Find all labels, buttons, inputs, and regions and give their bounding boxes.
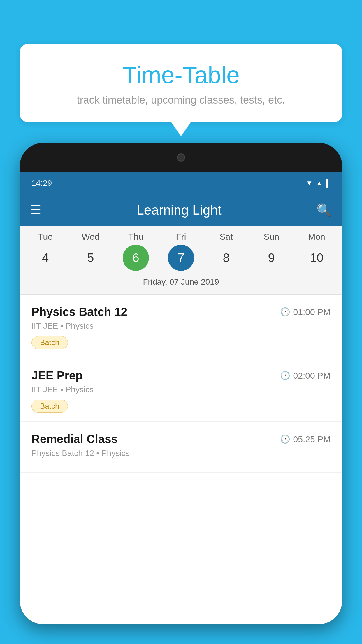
clock-icon: 🕐 <box>280 434 290 444</box>
app-bar: ☰ Learning Light 🔍 <box>20 194 342 226</box>
menu-icon[interactable]: ☰ <box>30 204 41 216</box>
schedule-item-time: 🕐 02:00 PM <box>280 371 331 381</box>
schedule-item-title: Physics Batch 12 <box>31 305 127 318</box>
battery-icon: ▌ <box>326 179 331 187</box>
app-title: Learning Light <box>50 202 308 218</box>
speech-bubble: Time-Table track timetable, upcoming cla… <box>20 44 342 122</box>
day-numbers-row: 45678910 <box>20 245 342 271</box>
batch-badge: Batch <box>31 400 68 413</box>
day-number[interactable]: 7 <box>168 245 194 271</box>
schedule-item[interactable]: JEE Prep🕐 02:00 PMIIT JEE • PhysicsBatch <box>20 358 342 422</box>
phone-screen: 14:29 ▼ ▲ ▌ ☰ Learning Light 🔍 TueWedThu… <box>20 172 342 624</box>
day-name: Fri <box>162 232 200 242</box>
schedule-item-title: JEE Prep <box>31 369 83 382</box>
day-name: Wed <box>72 232 110 242</box>
clock-icon: 🕐 <box>280 307 290 317</box>
schedule-item-subtitle: Physics Batch 12 • Physics <box>31 449 331 458</box>
schedule-item-title: Remedial Class <box>31 433 118 446</box>
status-time: 14:29 <box>31 178 52 188</box>
speech-bubble-subtitle: track timetable, upcoming classes, tests… <box>34 94 328 106</box>
search-icon[interactable]: 🔍 <box>317 203 332 217</box>
day-number[interactable]: 10 <box>303 245 330 271</box>
selected-date-label: Friday, 07 June 2019 <box>20 275 342 291</box>
phone-container: 14:29 ▼ ▲ ▌ ☰ Learning Light 🔍 TueWedThu… <box>20 143 342 644</box>
day-number[interactable]: 5 <box>78 245 104 271</box>
schedule-item[interactable]: Remedial Class🕐 05:25 PMPhysics Batch 12… <box>20 422 342 473</box>
day-name: Tue <box>27 232 64 242</box>
schedule-item[interactable]: Physics Batch 12🕐 01:00 PMIIT JEE • Phys… <box>20 295 342 358</box>
day-number[interactable]: 6 <box>123 245 149 271</box>
day-name: Thu <box>117 232 155 242</box>
phone-mockup: 14:29 ▼ ▲ ▌ ☰ Learning Light 🔍 TueWedThu… <box>20 143 342 624</box>
batch-badge: Batch <box>31 336 68 349</box>
day-name: Sun <box>252 232 290 242</box>
schedule-item-subtitle: IIT JEE • Physics <box>31 385 331 394</box>
schedule-item-time: 🕐 01:00 PM <box>280 307 331 317</box>
status-bar: 14:29 ▼ ▲ ▌ <box>20 172 342 194</box>
phone-camera <box>177 153 185 162</box>
day-number[interactable]: 9 <box>258 245 284 271</box>
schedule-item-subtitle: IIT JEE • Physics <box>31 321 331 331</box>
phone-top-bezel <box>20 143 342 172</box>
speech-bubble-container: Time-Table track timetable, upcoming cla… <box>20 44 342 122</box>
day-number[interactable]: 8 <box>213 245 239 271</box>
speech-bubble-title: Time-Table <box>34 61 328 89</box>
day-name: Mon <box>298 232 335 242</box>
schedule-items: Physics Batch 12🕐 01:00 PMIIT JEE • Phys… <box>20 295 342 473</box>
calendar-strip: TueWedThuFriSatSunMon 45678910 Friday, 0… <box>20 226 342 294</box>
status-icons: ▼ ▲ ▌ <box>306 179 331 187</box>
signal-icon: ▲ <box>316 179 323 187</box>
wifi-icon: ▼ <box>306 179 313 187</box>
clock-icon: 🕐 <box>280 371 290 380</box>
schedule-item-time: 🕐 05:25 PM <box>280 434 331 444</box>
day-number[interactable]: 4 <box>32 245 59 271</box>
day-name: Sat <box>207 232 245 242</box>
day-names-row: TueWedThuFriSatSunMon <box>20 232 342 242</box>
